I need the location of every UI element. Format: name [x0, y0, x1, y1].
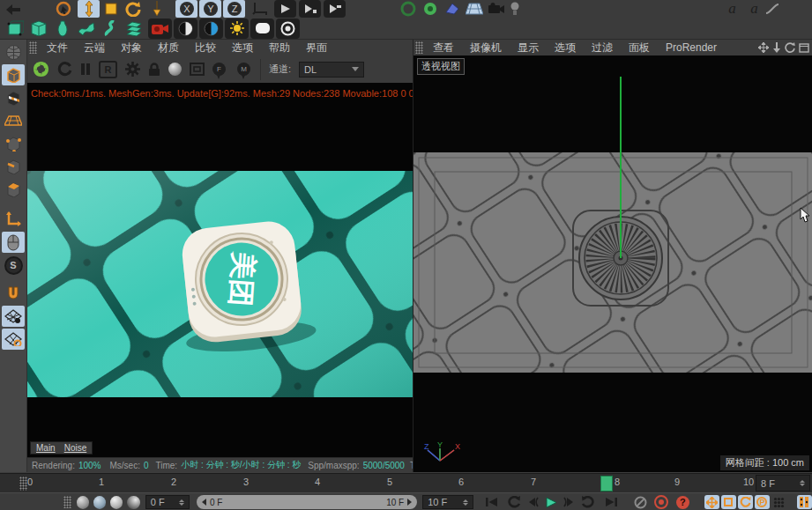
menu-objects[interactable]: 对象 [113, 41, 150, 55]
render-view-icon[interactable] [274, 0, 296, 18]
render-settings-icon[interactable] [324, 0, 346, 18]
lock-x-axis-icon[interactable]: X [175, 0, 197, 18]
refresh-icon[interactable] [57, 62, 72, 77]
goto-end-button[interactable] [602, 495, 621, 510]
display-mode-blue-icon[interactable] [199, 18, 223, 39]
autokey-help-button[interactable]: ? [674, 495, 692, 510]
lock-workplane-icon[interactable] [2, 306, 25, 327]
dolly-view-icon[interactable] [772, 42, 781, 53]
scale-tool-icon[interactable] [100, 0, 122, 18]
render-canvas[interactable]: Check:0ms./1ms. MeshGen:3ms. Update[G]:9… [27, 83, 413, 457]
keyframe-sphere-3-icon[interactable] [110, 496, 123, 509]
scene-light-icon[interactable] [507, 0, 523, 18]
preview-range-slider[interactable]: 0 F 10 F [197, 495, 417, 509]
viewport-solo-icon[interactable] [2, 232, 25, 253]
make-editable-icon[interactable] [2, 41, 25, 63]
menu-interface[interactable]: 界面 [298, 41, 335, 55]
tab-main[interactable]: Main [36, 443, 56, 453]
spline-icon[interactable] [98, 18, 122, 39]
panel-grip[interactable] [415, 41, 423, 54]
subdivision-surface-icon[interactable] [397, 0, 419, 18]
workplane-mode-icon[interactable] [2, 110, 25, 131]
snap-icon[interactable]: S [2, 255, 25, 276]
figure-icon[interactable] [26, 18, 50, 39]
record-rotation-button[interactable] [738, 495, 753, 509]
scene-camera-icon[interactable] [485, 0, 507, 18]
coordinate-system-icon[interactable] [249, 0, 271, 18]
animation-a2-icon[interactable]: a [743, 0, 765, 18]
tab-noise[interactable]: Noise [64, 443, 87, 453]
point-level-animation-button[interactable] [771, 495, 786, 509]
rotate-tool-icon[interactable] [122, 0, 144, 18]
channel-dropdown[interactable]: DL [299, 62, 364, 78]
record-disabled-icon[interactable] [631, 495, 650, 510]
sky-icon[interactable] [250, 18, 274, 39]
keyframe-selection-button[interactable] [797, 495, 812, 509]
menu-compare[interactable]: 比较 [187, 41, 224, 55]
range-left-arrow-icon[interactable] [202, 499, 206, 506]
menu-options[interactable]: 选项 [224, 41, 261, 55]
make-editable-cube-icon[interactable] [3, 18, 26, 39]
lock-resolution-icon[interactable] [148, 63, 160, 77]
material-ball-icon[interactable] [168, 63, 182, 76]
undo-icon[interactable] [2, 0, 24, 18]
live-selection-icon[interactable] [52, 0, 74, 18]
lock-y-axis-icon[interactable]: Y [199, 0, 221, 18]
previous-frame-button[interactable] [524, 495, 542, 510]
last-tool-icon[interactable] [144, 0, 170, 18]
move-tool-icon[interactable] [78, 0, 100, 18]
render-picture-viewer-icon[interactable] [299, 0, 321, 18]
axis-mode-icon[interactable] [2, 209, 25, 230]
record-keyframe-button[interactable] [652, 495, 671, 510]
lock-z-axis-icon[interactable]: Z [223, 0, 245, 18]
physical-sky-icon[interactable] [276, 18, 300, 39]
menu-prorender[interactable]: ProRender [658, 41, 725, 54]
menu-filter[interactable]: 过滤 [584, 41, 621, 55]
next-frame-button[interactable] [561, 495, 579, 510]
film-camera-icon[interactable] [148, 18, 172, 39]
record-position-button[interactable] [704, 495, 719, 509]
keyframe-sphere-4-icon[interactable] [127, 496, 139, 509]
rotate-view-icon[interactable] [785, 42, 795, 53]
model-mode-icon[interactable] [2, 64, 25, 85]
panel-grip[interactable] [29, 41, 37, 54]
play-button[interactable] [542, 495, 561, 510]
restart-render-button[interactable]: R [99, 61, 117, 78]
menu-panel[interactable]: 面板 [621, 41, 658, 55]
range-right-arrow-icon[interactable] [407, 499, 412, 506]
menu-materials[interactable]: 材质 [150, 41, 187, 55]
menu-cloud[interactable]: 云端 [76, 41, 113, 55]
light-sun-icon[interactable] [225, 18, 249, 39]
polygons-mode-icon[interactable] [2, 179, 25, 200]
settings-gear-icon[interactable] [125, 62, 140, 77]
viewport-canvas[interactable]: 透视视图 [413, 55, 812, 472]
render-region-icon[interactable] [190, 63, 205, 76]
menu-view[interactable]: 查看 [425, 41, 462, 55]
array-icon[interactable] [122, 18, 145, 39]
previous-key-button[interactable] [505, 495, 524, 510]
points-mode-icon[interactable] [2, 133, 25, 154]
menu-display[interactable]: 显示 [510, 41, 547, 55]
floor-icon[interactable] [463, 0, 485, 18]
maximize-view-icon[interactable] [799, 43, 809, 53]
record-scale-button[interactable] [721, 495, 736, 509]
timeline-ruler[interactable]: 0 1 2 3 4 5 6 7 8 9 10 8 F [0, 473, 812, 493]
view-label[interactable]: 透视视图 [417, 58, 465, 75]
edges-mode-icon[interactable] [2, 156, 25, 177]
pan-view-icon[interactable] [758, 42, 769, 53]
pick-focus-icon[interactable]: F [212, 63, 226, 76]
keyframe-sphere-2-icon[interactable] [93, 496, 106, 509]
generator-icon[interactable] [419, 0, 441, 18]
transport-grip[interactable] [63, 496, 71, 508]
octane-logo-icon[interactable] [33, 61, 49, 78]
menu-help[interactable]: 帮助 [261, 41, 298, 55]
magnet-snap-icon[interactable] [2, 283, 25, 304]
vase-icon[interactable] [50, 18, 74, 39]
end-frame-input[interactable]: 10 F [422, 495, 473, 509]
pause-icon[interactable] [80, 63, 91, 76]
frame-stepper[interactable] [800, 480, 805, 486]
keyframe-sphere-1-icon[interactable] [77, 496, 89, 509]
cloth-icon[interactable] [74, 18, 98, 39]
playhead[interactable] [600, 476, 613, 492]
display-mode-bw-icon[interactable] [174, 18, 197, 39]
